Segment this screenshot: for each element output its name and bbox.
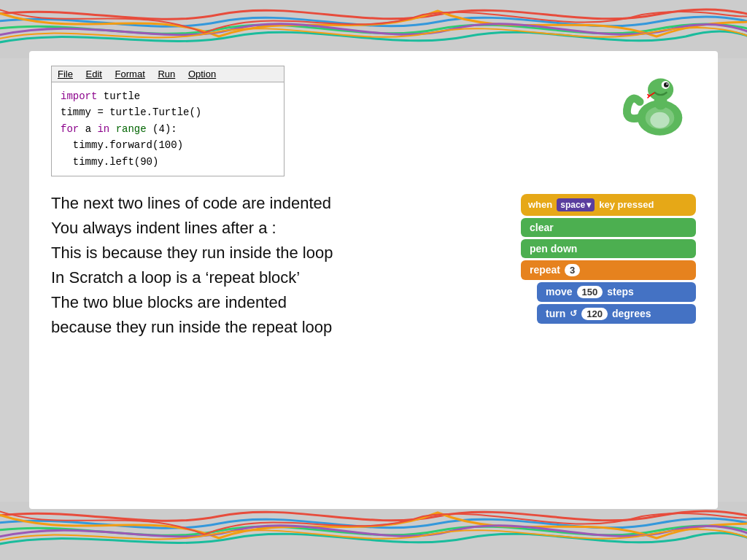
explanation-text: The next two lines of code are indented … xyxy=(51,191,506,341)
keyword-import: import xyxy=(61,90,97,102)
key-name: space xyxy=(560,200,585,210)
menu-run[interactable]: Run xyxy=(158,69,175,79)
menu-format[interactable]: Format xyxy=(115,69,145,79)
when-label: when xyxy=(528,199,552,210)
key-pressed-label: key pressed xyxy=(599,199,654,210)
slide-content: File Edit Format Run Option import turtl… xyxy=(29,51,718,509)
repeat-num: 3 xyxy=(565,264,580,276)
scratch-block-turn: turn ↺ 120 degrees xyxy=(537,304,696,324)
explanation-line-2: You always indent lines after a : xyxy=(51,216,506,241)
code-line-4: timmy.forward(100) xyxy=(61,137,275,153)
keyword-for: for xyxy=(61,123,79,135)
turn-icon: ↺ xyxy=(570,308,577,319)
wavy-bottom-decoration xyxy=(0,502,747,560)
ide-window: File Edit Format Run Option import turtl… xyxy=(51,66,285,176)
move-suffix: steps xyxy=(607,286,634,298)
scratch-block-move: move 150 steps xyxy=(537,282,696,302)
move-num: 150 xyxy=(577,286,603,298)
explanation-line-6: because they run inside the repeat loop xyxy=(51,315,506,340)
code-line-3: for a in range (4): xyxy=(61,121,275,137)
explanation-line-1: The next two lines of code are indented xyxy=(51,191,506,216)
scratch-blocks: when space ▾ key pressed clear pen down … xyxy=(521,194,696,324)
svg-point-5 xyxy=(648,79,673,101)
snake-mascot xyxy=(616,66,696,146)
pen-down-label: pen down xyxy=(530,243,577,254)
menu-file[interactable]: File xyxy=(58,69,73,79)
move-label: move xyxy=(546,286,573,298)
wavy-top-decoration xyxy=(0,0,747,58)
keyword-in: in xyxy=(97,123,109,135)
menu-edit[interactable]: Edit xyxy=(86,69,102,79)
bottom-section: The next two lines of code are indented … xyxy=(51,191,696,341)
explanation-line-3: This is because they run inside the loop xyxy=(51,241,506,265)
explanation-line-5: The two blue blocks are indented xyxy=(51,290,506,315)
svg-point-8 xyxy=(666,83,667,85)
svg-point-7 xyxy=(664,82,669,88)
key-dropdown[interactable]: space ▾ xyxy=(557,198,595,211)
turn-label: turn xyxy=(546,308,565,319)
explanation-line-4: In Scratch a loop is a ‘repeat block’ xyxy=(51,265,506,290)
turn-suffix: degrees xyxy=(612,308,651,319)
repeat-label: repeat xyxy=(530,264,560,276)
clear-label: clear xyxy=(530,222,554,233)
keyword-range: range xyxy=(116,123,147,135)
svg-rect-1 xyxy=(0,502,747,560)
scratch-block-pen-down: pen down xyxy=(521,239,696,258)
dropdown-arrow: ▾ xyxy=(587,200,591,210)
top-section: File Edit Format Run Option import turtl… xyxy=(51,66,696,176)
svg-rect-0 xyxy=(0,0,747,58)
scratch-block-repeat: repeat 3 xyxy=(521,260,696,280)
scratch-block-when: when space ▾ key pressed xyxy=(521,194,696,216)
svg-point-9 xyxy=(650,112,669,128)
turn-num: 120 xyxy=(581,308,608,320)
scratch-block-clear: clear xyxy=(521,218,696,237)
ide-menubar: File Edit Format Run Option xyxy=(52,66,284,82)
code-line-5: timmy.left(90) xyxy=(61,154,275,170)
menu-option[interactable]: Option xyxy=(188,69,216,79)
code-line-1: import turtle xyxy=(61,88,275,104)
ide-code-block: import turtle timmy = turtle.Turtle() fo… xyxy=(52,82,284,176)
code-line-2: timmy = turtle.Turtle() xyxy=(61,104,275,120)
